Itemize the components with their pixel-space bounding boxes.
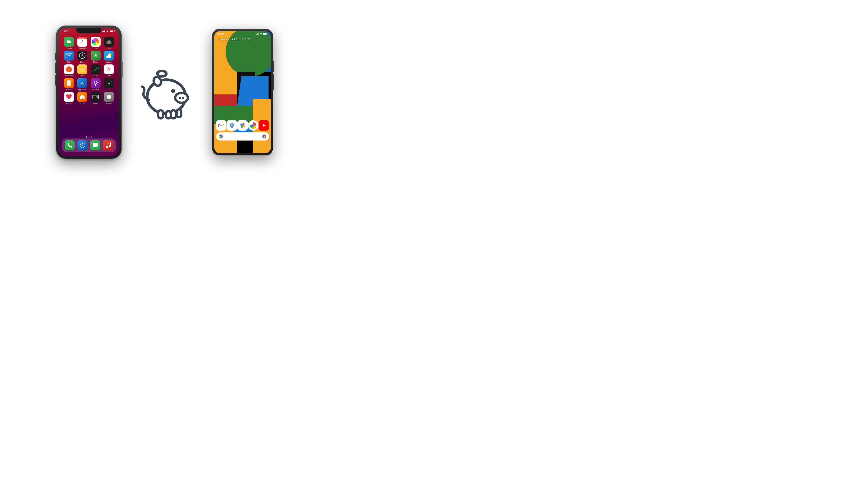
app-photos[interactable]: Photos [90,37,101,49]
iphone-status-bar: 9:41 ▲ [59,30,119,32]
app-maps[interactable]: Maps [90,51,101,63]
svg-rect-6 [108,40,110,41]
google-logo [219,134,223,138]
svg-rect-62 [267,33,267,34]
volume-down-button[interactable] [55,75,56,86]
svg-point-14 [95,55,96,56]
page-dots [59,136,119,138]
svg-point-47 [179,97,181,99]
battery-icon [110,30,114,32]
svg-line-13 [82,56,84,56]
app-health[interactable]: Health [63,92,75,104]
dock-messages[interactable] [90,140,100,150]
svg-point-27 [94,81,97,84]
android-youtube-icon[interactable] [258,120,269,131]
news-label: News [106,75,111,77]
books-label: Books [66,89,71,91]
app-home[interactable]: Home [76,92,88,104]
svg-rect-61 [264,33,266,35]
svg-rect-58 [258,33,259,35]
mail-label: Mail [67,61,70,63]
android-gmail-icon[interactable] [216,120,226,131]
svg-rect-20 [80,69,84,69]
android-gphotos-icon[interactable] [237,120,248,131]
photos-label: Photos [93,47,98,49]
volume-up-button[interactable] [55,63,56,73]
dock-music[interactable] [103,140,113,150]
iphone-dock [62,138,116,152]
svg-point-5 [108,41,110,43]
app-books[interactable]: Books [63,78,75,91]
page-dot-1 [86,136,87,138]
svg-rect-8 [66,53,72,58]
google-assistant-icon[interactable] [262,134,266,138]
svg-point-67 [231,124,232,126]
svg-text:!: ! [68,68,69,71]
signal-icon [102,30,105,32]
svg-rect-56 [257,34,257,35]
android-status-icons [256,33,267,35]
svg-marker-31 [79,94,85,99]
svg-point-48 [182,97,184,99]
app-appstore[interactable]: A App Store [76,78,88,91]
android-power-button[interactable] [273,61,274,72]
android-screen: 10:00 [214,31,271,153]
notes-label: Notes [80,75,85,77]
app-settings[interactable]: Settings [103,92,115,104]
pixel-date-widget: Tuesday, Oct 15 ☀ 68°F [218,37,251,41]
page-dot-3 [91,136,92,138]
svg-rect-19 [80,68,84,68]
android-volume-button[interactable] [273,74,274,90]
svg-marker-1 [67,40,70,43]
app-news[interactable]: N News [103,64,115,77]
app-tv[interactable]: tv TV [103,78,115,91]
android-device: 10:00 [212,29,273,156]
svg-point-40 [109,145,111,147]
app-mail[interactable]: Mail [63,51,75,63]
page-dot-2 [88,136,90,138]
pixel-date-text: Tuesday, Oct 15 ☀ 68°F [218,37,251,41]
piggy-bank-container [135,61,198,124]
iphone-device: 9:41 ▲ [56,26,122,159]
android-status-bar: 10:00 [214,33,271,35]
app-calendar[interactable]: Monday 3 Calendar [76,37,88,49]
google-search-bar[interactable] [216,132,269,140]
svg-rect-63 [218,123,225,128]
svg-point-44 [157,71,166,76]
dock-phone[interactable] [65,140,74,150]
svg-rect-51 [158,110,163,119]
health-label: Health [66,102,71,104]
svg-rect-53 [171,110,176,119]
dock-safari[interactable] [78,140,88,150]
svg-point-49 [171,89,175,93]
app-wallet[interactable]: Wallet [90,92,101,104]
svg-point-69 [252,124,254,127]
android-wifi-icon [260,33,262,35]
app-notes[interactable]: Notes [76,64,88,77]
svg-rect-57 [257,33,258,35]
app-podcasts[interactable]: Podcasts [90,78,101,91]
svg-rect-18 [80,66,85,72]
svg-rect-25 [68,80,71,86]
svg-text:N: N [107,66,111,72]
android-gmaps-icon[interactable] [227,120,237,131]
clock-label: Clock [80,61,84,63]
app-grid: FaceTime Monday 3 Calendar [61,35,117,106]
app-weather[interactable]: Weather [103,51,115,63]
wifi-icon: ▲ [106,30,108,32]
android-battery-icon [263,33,267,35]
android-chrome-icon[interactable] [248,120,258,131]
facetime-label: FaceTime [65,47,73,49]
android-frame: 10:00 [212,29,273,156]
app-camera[interactable]: Camera [103,37,115,49]
svg-rect-73 [264,135,265,137]
app-stocks[interactable]: Stocks [90,64,101,77]
svg-point-7 [110,41,111,42]
app-clock[interactable]: Clock [76,51,88,63]
power-button[interactable] [122,62,123,77]
settings-label: Settings [105,102,112,104]
app-reminders[interactable]: ! Reminders [63,64,75,77]
iphone-screen: 9:41 ▲ [59,28,119,156]
android-app-row [216,120,269,131]
app-facetime[interactable]: FaceTime [63,37,75,49]
